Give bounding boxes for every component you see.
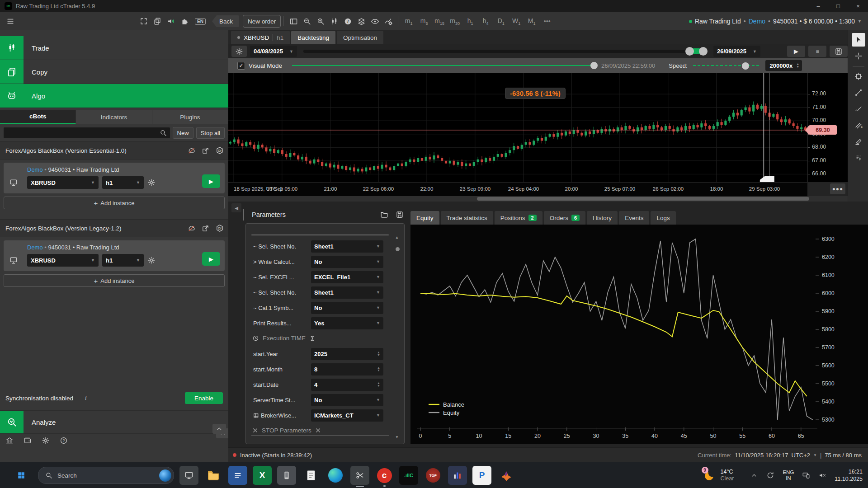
timeframe-m1[interactable]: m1 bbox=[401, 17, 416, 26]
parameter-stepper[interactable]: 2025▲▼ bbox=[311, 348, 383, 360]
weather-widget[interactable]: 9 14°C Clear bbox=[703, 469, 734, 482]
save-parameters-icon[interactable] bbox=[396, 211, 404, 219]
account-selector[interactable]: Raw Trading Ltd • Demo • 9450031 • $ 6 0… bbox=[689, 18, 862, 25]
sidebar-item-copy[interactable]: Copy bbox=[0, 60, 228, 84]
timeframe-select[interactable]: h1▼ bbox=[102, 254, 144, 267]
parameter-select[interactable]: No▼ bbox=[311, 302, 383, 314]
progress-handle[interactable] bbox=[590, 62, 598, 69]
settings-icon[interactable] bbox=[42, 436, 50, 445]
parameter-select[interactable]: Sheet1▼ bbox=[311, 286, 383, 299]
stop-backtest-button[interactable]: ■ bbox=[808, 46, 826, 57]
cbots-search-input[interactable] bbox=[4, 127, 170, 138]
panel-grip[interactable] bbox=[243, 209, 244, 221]
taskbar-app-tablet[interactable] bbox=[277, 466, 296, 485]
taskbar-app-matlab[interactable] bbox=[497, 466, 516, 485]
f-circle-icon[interactable]: f bbox=[341, 15, 354, 27]
share-icon[interactable] bbox=[202, 224, 209, 232]
parameter-select[interactable]: Sheet1▼ bbox=[311, 240, 383, 253]
results-tab-orders[interactable]: Orders6 bbox=[544, 211, 585, 225]
symbol-select[interactable]: XBRUSD▼ bbox=[27, 254, 99, 267]
backtest-settings-button[interactable] bbox=[231, 46, 247, 57]
fullscreen-icon[interactable] bbox=[137, 15, 151, 27]
tab-backtesting[interactable]: Backtesting bbox=[291, 31, 335, 44]
timeframe-m30[interactable]: m30 bbox=[447, 17, 462, 26]
add-instance-button[interactable]: +Add instance bbox=[4, 197, 225, 209]
language-switcher[interactable]: ENG IN bbox=[783, 469, 794, 481]
sound-icon[interactable] bbox=[164, 15, 178, 27]
tray-overflow-icon[interactable] bbox=[750, 471, 758, 479]
start-cbot-button[interactable]: ▶ bbox=[202, 174, 220, 188]
taskbar-app-ctrader[interactable]: c bbox=[375, 466, 394, 485]
start-button[interactable] bbox=[12, 466, 31, 485]
language-badge[interactable]: EN bbox=[195, 18, 206, 25]
instance-settings-icon[interactable] bbox=[147, 256, 156, 264]
trendline-tool-button[interactable] bbox=[852, 86, 865, 99]
price-axis[interactable]: 72.0071.0070.0069.0068.0067.0066.0069.30 bbox=[807, 73, 848, 182]
clock-widget[interactable]: 16:21 11.10.2025 bbox=[835, 468, 863, 483]
stop-all-button[interactable]: Stop all bbox=[196, 127, 225, 139]
target-tool-button[interactable] bbox=[852, 70, 865, 83]
zoom-in-icon[interactable] bbox=[314, 15, 327, 27]
taskbar-app-app-blue[interactable] bbox=[228, 466, 247, 485]
start-cbot-button[interactable]: ▶ bbox=[202, 252, 220, 266]
csharp-icon[interactable]: C# bbox=[216, 146, 224, 155]
cast-icon[interactable] bbox=[802, 471, 810, 479]
eye-icon[interactable] bbox=[368, 15, 382, 27]
start-date-select[interactable]: 04/08/2025▼ bbox=[250, 46, 297, 57]
load-parameters-icon[interactable] bbox=[380, 211, 388, 219]
more-timeframes-button[interactable]: ••• bbox=[539, 18, 555, 25]
wallet-icon[interactable] bbox=[24, 436, 32, 445]
enable-sync-button[interactable]: Enable bbox=[185, 392, 223, 404]
timeframe-h1[interactable]: h1 bbox=[462, 17, 478, 26]
parameter-select[interactable]: No▼ bbox=[311, 394, 383, 406]
draw-tool-button[interactable] bbox=[852, 102, 865, 116]
range-start-handle[interactable] bbox=[685, 47, 694, 56]
taskbar-app-p-app[interactable]: P bbox=[472, 466, 491, 485]
time-axis[interactable]: 18 Sep 2025, UTC+219 Sep 05:0021:0022 Se… bbox=[228, 182, 807, 196]
timeframe-D1[interactable]: D1 bbox=[493, 17, 509, 26]
speed-value-stepper[interactable]: 200000x ▲▼ bbox=[765, 60, 802, 71]
candles-icon[interactable] bbox=[327, 15, 341, 27]
symbol-select[interactable]: XBRUSD▼ bbox=[27, 176, 99, 189]
end-date-select[interactable]: 26/09/2025▼ bbox=[713, 46, 760, 57]
cursor-tool-button[interactable] bbox=[852, 33, 865, 47]
back-button[interactable]: Back bbox=[212, 15, 239, 27]
grid-tool-button[interactable]: F bbox=[852, 151, 865, 164]
scroll-up-arrow[interactable]: ▲ bbox=[395, 235, 399, 239]
sidebar-tab-plugins[interactable]: Plugins bbox=[152, 110, 228, 124]
start-backtest-button[interactable]: ▶ bbox=[787, 46, 805, 57]
timeframe-m15[interactable]: m15 bbox=[432, 17, 447, 26]
scroll-down-arrow[interactable]: ▼ bbox=[395, 435, 399, 439]
parameter-stepper[interactable]: 8▲▼ bbox=[311, 363, 383, 375]
parameter-stepper[interactable]: 4▲▼ bbox=[311, 379, 383, 391]
sidebar-tab-cbots[interactable]: cBots bbox=[0, 110, 76, 124]
cloud-off-icon[interactable] bbox=[188, 224, 195, 232]
results-tab-positions[interactable]: Positions2 bbox=[495, 211, 542, 225]
speed-slider[interactable] bbox=[693, 65, 759, 66]
plugins-icon[interactable] bbox=[178, 15, 191, 27]
crosshair-tool-button[interactable] bbox=[852, 49, 865, 63]
sidebar-item-analyze[interactable]: Analyze bbox=[0, 410, 228, 434]
menu-icon[interactable] bbox=[4, 15, 17, 27]
results-tab-equity[interactable]: Equity bbox=[410, 211, 439, 225]
csharp-icon[interactable]: C# bbox=[216, 224, 224, 232]
results-tab-trade-statistics[interactable]: Trade statistics bbox=[441, 211, 493, 225]
taskbar-app-app-monitor[interactable] bbox=[179, 466, 198, 485]
taskbar-app-edge[interactable] bbox=[326, 466, 345, 485]
timeframe-W1[interactable]: W1 bbox=[509, 17, 524, 26]
results-tab-events[interactable]: Events bbox=[619, 211, 649, 225]
taskbar-app-snipping[interactable] bbox=[350, 466, 369, 485]
equity-chart[interactable]: 6300620061006000590058005700560055005400… bbox=[410, 225, 868, 444]
fibonacci-tool-button[interactable]: É bbox=[852, 118, 865, 132]
taskbar-app-top[interactable]: TOP bbox=[424, 466, 443, 485]
results-tab-history[interactable]: History bbox=[587, 211, 618, 225]
new-order-button[interactable]: New order bbox=[243, 15, 281, 28]
deposit-icon[interactable] bbox=[5, 436, 14, 445]
sidebar-item-algo[interactable]: Algo bbox=[0, 84, 228, 108]
timezone-value[interactable]: UTC+2 bbox=[792, 452, 811, 459]
tab-optimisation[interactable]: Optimisation bbox=[337, 31, 383, 44]
parameters-scrollbar[interactable]: ▲ ▼ bbox=[394, 235, 401, 432]
taskbar-app-folder[interactable] bbox=[204, 466, 223, 485]
collapse-panel-button[interactable]: ◀ bbox=[231, 203, 241, 212]
parameter-select[interactable]: ICMarkets_CT▼ bbox=[311, 409, 383, 422]
